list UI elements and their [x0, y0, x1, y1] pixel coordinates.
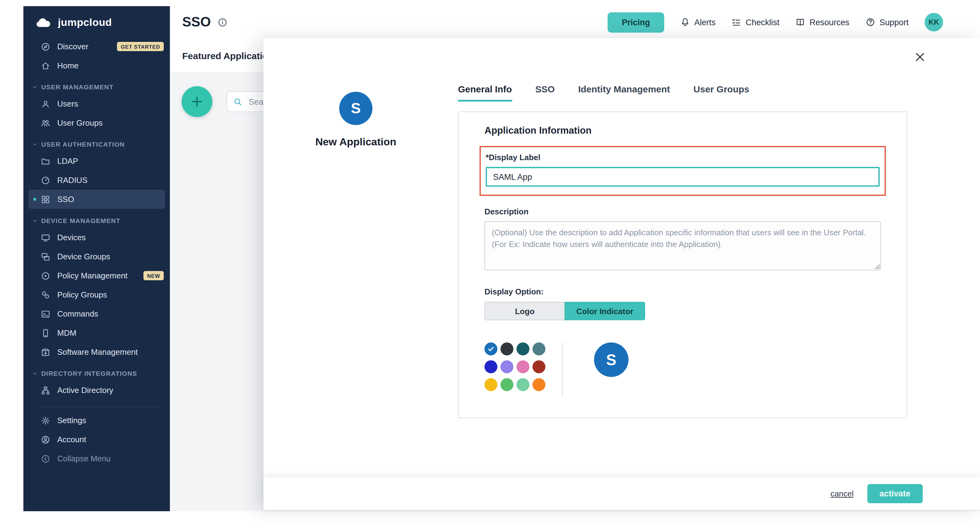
ldap-icon [41, 156, 51, 166]
sidebar-item-settings[interactable]: Settings [23, 411, 170, 430]
active-directory-icon [41, 385, 51, 395]
app-window: jumpcloud DiscoverGET STARTEDHomeUSER MA… [0, 0, 980, 526]
app-name: New Application [264, 136, 448, 148]
pricing-button[interactable]: Pricing [608, 12, 664, 32]
cancel-link[interactable]: cancel [830, 489, 853, 498]
display-option-color-indicator[interactable]: Color Indicator [565, 302, 645, 320]
avatar[interactable]: KK [924, 13, 943, 32]
header-support[interactable]: Support [865, 17, 908, 27]
sidebar-item-label: User Groups [57, 118, 102, 128]
jumpcloud-logo[interactable]: jumpcloud [23, 6, 170, 37]
user-groups-icon [41, 118, 51, 128]
sidebar-item-device-groups[interactable]: Device Groups [23, 247, 170, 266]
software-icon [41, 347, 51, 357]
sidebar-item-devices[interactable]: Devices [23, 228, 170, 247]
color-swatch-grid [484, 343, 546, 391]
tab-identity-management[interactable]: Identity Management [578, 84, 670, 102]
sidebar-item-label: Devices [57, 233, 86, 242]
sidebar-item-label: Active Directory [57, 386, 113, 395]
bell-icon [680, 17, 690, 27]
sidebar-item-software-management[interactable]: Software Management [23, 343, 170, 362]
sidebar-item-mdm[interactable]: MDM [23, 324, 170, 343]
color-swatch-9[interactable] [484, 378, 497, 391]
add-application-button[interactable] [181, 86, 212, 117]
color-swatch-11[interactable] [517, 378, 530, 391]
sidebar-section-user-authentication[interactable]: USER AUTHENTICATION [23, 132, 170, 151]
tab-general-info[interactable]: General Info [458, 84, 512, 102]
color-swatch-12[interactable] [533, 378, 546, 391]
commands-icon [41, 309, 51, 319]
mdm-icon [41, 328, 51, 338]
sidebar-item-ldap[interactable]: LDAP [23, 151, 170, 171]
sidebar-item-label: Device Groups [57, 252, 110, 261]
sidebar-section-directory-integrations[interactable]: DIRECTORY INTEGRATIONS [23, 362, 170, 381]
sidebar-section-device-management[interactable]: DEVICE MANAGEMENT [23, 209, 170, 228]
color-preview-badge: S [594, 343, 628, 377]
sidebar-item-label: Collapse Menu [57, 454, 110, 463]
sidebar-item-label: Policy Groups [57, 290, 107, 299]
header-right: Pricing AlertsChecklistResourcesSupport … [608, 12, 943, 32]
sidebar-item-discover[interactable]: DiscoverGET STARTED [23, 37, 170, 56]
sidebar-item-radius[interactable]: RADIUS [23, 171, 170, 190]
color-swatch-8[interactable] [533, 360, 546, 373]
modal-close-button[interactable] [912, 51, 927, 65]
header-alerts[interactable]: Alerts [680, 17, 716, 27]
sidebar-item-home[interactable]: Home [23, 56, 170, 75]
sidebar-item-label: Users [57, 99, 78, 108]
radius-icon [41, 175, 51, 185]
sidebar-item-sso[interactable]: SSO [28, 190, 165, 209]
header-nav-label: Resources [810, 18, 849, 27]
display-option-label: Display Option: [484, 287, 881, 296]
sidebar-item-commands[interactable]: Commands [23, 304, 170, 324]
plus-icon [190, 95, 204, 108]
settings-icon [41, 416, 51, 425]
sidebar-item-policy-groups[interactable]: Policy Groups [23, 285, 170, 304]
display-label-highlight: *Display Label [479, 146, 886, 196]
color-swatch-7[interactable] [517, 360, 530, 373]
tab-user-groups[interactable]: User Groups [694, 84, 749, 102]
tab-sso[interactable]: SSO [535, 84, 555, 102]
cloud-logo-icon [36, 17, 52, 28]
discover-icon [41, 41, 51, 51]
header-nav-label: Checklist [746, 18, 780, 27]
color-swatch-5[interactable] [484, 360, 497, 373]
sidebar-item-label: Settings [57, 416, 86, 425]
display-label-input[interactable] [486, 167, 880, 186]
sidebar-item-active-directory[interactable]: Active Directory [23, 381, 170, 400]
header-checklist[interactable]: Checklist [732, 17, 780, 27]
header-resources[interactable]: Resources [795, 17, 849, 27]
sidebar-item-policy-management[interactable]: Policy ManagementNEW [23, 266, 170, 285]
sidebar-item-collapse-menu[interactable]: Collapse Menu [23, 449, 170, 468]
sidebar-item-label: MDM [57, 328, 76, 338]
check-icon [487, 345, 495, 353]
color-swatch-6[interactable] [501, 360, 513, 373]
sidebar-item-label: SSO [57, 194, 74, 204]
sidebar-item-label: RADIUS [57, 175, 88, 185]
page-title: SSO [182, 14, 211, 30]
card-title: Application Information [484, 125, 881, 136]
description-textarea[interactable] [484, 221, 881, 270]
sidebar-item-label: Discover [57, 42, 88, 51]
sidebar-divider [41, 406, 160, 407]
chevron-down-icon [32, 141, 38, 147]
color-swatch-3[interactable] [517, 343, 530, 355]
display-option-logo[interactable]: Logo [484, 302, 565, 320]
sidebar-section-user-management[interactable]: USER MANAGEMENT [23, 75, 170, 94]
logo-text: jumpcloud [58, 17, 112, 29]
sidebar-item-account[interactable]: Account [23, 430, 170, 449]
description-label: Description [484, 207, 881, 216]
color-swatch-1[interactable] [484, 343, 497, 355]
devices-icon [41, 233, 51, 242]
color-swatch-10[interactable] [501, 378, 513, 391]
color-picker: S [484, 343, 881, 397]
display-option-toggle: LogoColor Indicator [484, 302, 645, 320]
section-label: DEVICE MANAGEMENT [41, 217, 120, 224]
activate-button[interactable]: activate [867, 484, 923, 503]
sidebar-item-label: Software Management [57, 347, 138, 357]
color-swatch-2[interactable] [501, 343, 513, 355]
info-icon[interactable] [218, 17, 228, 27]
search-icon [233, 97, 243, 106]
sidebar-item-users[interactable]: Users [23, 94, 170, 113]
sidebar-item-user-groups[interactable]: User Groups [23, 113, 170, 132]
color-swatch-4[interactable] [533, 343, 546, 355]
